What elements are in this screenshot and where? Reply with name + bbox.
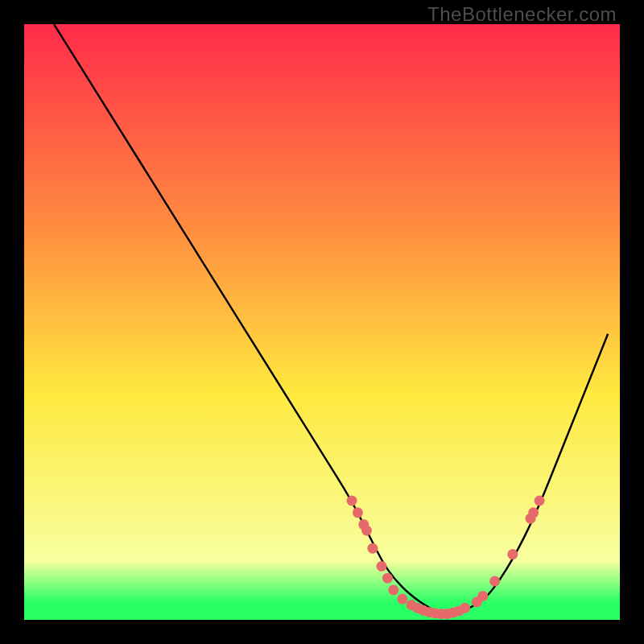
data-point — [460, 603, 470, 613]
chart-svg — [24, 24, 620, 620]
data-point — [347, 496, 357, 506]
data-point — [535, 496, 545, 506]
data-point — [353, 507, 363, 518]
data-point — [377, 561, 387, 572]
data-point — [361, 526, 372, 536]
data-point — [528, 507, 539, 518]
data-point — [382, 573, 393, 584]
chart-frame — [24, 24, 620, 620]
watermark-text: TheBottlenecker.com — [427, 3, 617, 26]
data-point — [397, 594, 407, 605]
data-point — [367, 543, 378, 554]
data-point — [388, 585, 398, 596]
data-point — [489, 576, 500, 586]
data-point — [477, 591, 488, 601]
gradient-background — [24, 24, 620, 620]
data-point — [507, 549, 518, 559]
